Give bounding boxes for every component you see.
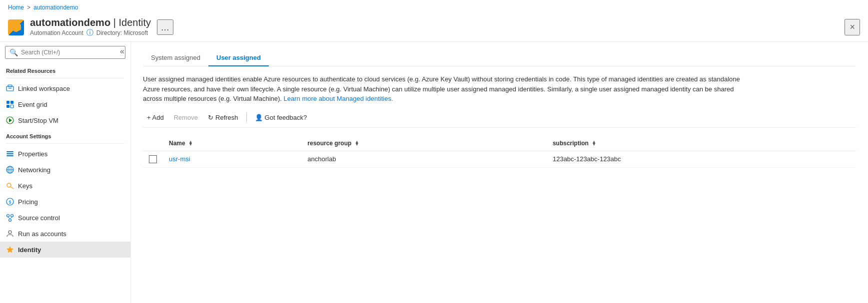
tab-user-assigned[interactable]: User assigned	[208, 50, 269, 66]
event-grid-icon	[6, 100, 14, 108]
start-stop-icon	[6, 116, 14, 124]
table-row: usr-msi anchorlab 123abc-123abc-123abc	[143, 151, 856, 168]
resource-group-cell: anchorlab	[301, 151, 547, 168]
description-text: User assigned managed identities enable …	[143, 75, 740, 102]
name-column-header[interactable]: Name ▲▼	[163, 136, 301, 151]
checkbox-column-header	[143, 136, 163, 151]
keys-icon	[6, 182, 14, 190]
identity-name-link[interactable]: usr-msi	[169, 155, 190, 163]
sidebar-item-identity[interactable]: Identity	[0, 242, 130, 258]
svg-rect-11	[6, 155, 13, 156]
svg-text:$: $	[9, 200, 11, 205]
sidebar: 🔍 « Related Resources Linked workspace E…	[0, 42, 131, 303]
breadcrumb: Home > automationdemo	[0, 0, 868, 15]
sidebar-item-label: Properties	[18, 150, 47, 158]
subscription-cell: 123abc-123abc-123abc	[547, 151, 856, 168]
pricing-icon: $	[6, 198, 14, 206]
page-title: automationdemo | Identity	[30, 17, 151, 28]
close-button[interactable]: ×	[845, 19, 860, 35]
subscription-column-header[interactable]: subscription ▲▼	[547, 136, 856, 151]
tabs: System assigned User assigned	[143, 50, 856, 66]
learn-more-link[interactable]: Learn more about Managed identities.	[284, 95, 393, 102]
sidebar-item-properties[interactable]: Properties	[0, 146, 130, 162]
sidebar-item-networking[interactable]: Networking	[0, 162, 130, 178]
sidebar-item-label: Keys	[18, 182, 32, 190]
name-cell: usr-msi	[163, 151, 301, 168]
page-header: automationdemo | Identity Automation Acc…	[0, 15, 868, 42]
identity-table: Name ▲▼ resource group ▲▼ subscription ▲…	[143, 136, 856, 168]
search-input[interactable]	[21, 49, 121, 56]
sidebar-item-start-stop-vm[interactable]: Start/Stop VM	[0, 112, 130, 128]
section-label-account-settings: Account Settings	[0, 128, 130, 141]
svg-rect-5	[6, 105, 9, 108]
resource-name: automationdemo	[30, 17, 110, 28]
search-icon: 🔍	[9, 48, 18, 56]
properties-icon	[6, 150, 14, 158]
toolbar: + Add Remove ↻ Refresh 👤 Got feedback?	[143, 112, 856, 128]
subscription-sort-icon: ▲▼	[592, 141, 596, 146]
resource-type: Automation Account	[30, 29, 83, 36]
svg-marker-27	[6, 246, 13, 253]
sidebar-item-linked-workspace[interactable]: Linked workspace	[0, 80, 130, 96]
refresh-icon: ↻	[208, 114, 213, 121]
toolbar-separator	[246, 112, 247, 122]
resource-group-sort-icon: ▲▼	[355, 141, 359, 146]
breadcrumb-current[interactable]: automationdemo	[33, 4, 78, 11]
sidebar-item-label: Event grid	[18, 101, 47, 108]
description: User assigned managed identities enable …	[143, 74, 743, 104]
directory-label: Directory: Microsoft	[96, 29, 148, 36]
svg-line-24	[10, 217, 12, 219]
name-sort-icon: ▲▼	[188, 141, 193, 146]
more-options-button[interactable]: ...	[157, 19, 173, 35]
sidebar-collapse-button[interactable]: «	[118, 46, 126, 57]
svg-rect-4	[10, 101, 13, 104]
resource-group-column-header[interactable]: resource group ▲▼	[301, 136, 547, 151]
resource-icon	[8, 19, 24, 35]
source-control-icon	[6, 214, 14, 222]
feedback-icon: 👤	[255, 114, 263, 121]
identity-icon	[6, 246, 14, 254]
refresh-button[interactable]: ↻ Refresh	[204, 112, 242, 123]
divider	[6, 78, 124, 78]
header-text: automationdemo | Identity Automation Acc…	[30, 17, 151, 37]
sidebar-item-label: Identity	[18, 246, 41, 254]
subscription-value: 123abc-123abc-123abc	[553, 155, 621, 163]
feedback-button[interactable]: 👤 Got feedback?	[251, 112, 311, 123]
sidebar-item-keys[interactable]: Keys	[0, 178, 130, 194]
sidebar-item-source-control[interactable]: Source control	[0, 210, 130, 226]
breadcrumb-home[interactable]: Home	[8, 4, 24, 11]
content-area: System assigned User assigned User assig…	[131, 42, 868, 303]
svg-point-20	[7, 215, 9, 217]
add-button[interactable]: + Add	[143, 112, 168, 123]
svg-point-22	[9, 219, 11, 222]
info-icon[interactable]: ⓘ	[86, 28, 93, 37]
sidebar-item-label: Pricing	[18, 198, 38, 206]
networking-icon	[6, 166, 14, 174]
resource-group-value: anchorlab	[307, 155, 336, 163]
sidebar-item-label: Run as accounts	[18, 230, 66, 238]
svg-point-21	[11, 215, 13, 217]
svg-rect-6	[10, 105, 13, 108]
search-box[interactable]: 🔍	[5, 46, 125, 59]
sidebar-item-label: Linked workspace	[18, 85, 70, 92]
remove-button[interactable]: Remove	[170, 112, 202, 123]
sidebar-item-label: Networking	[18, 166, 50, 174]
sidebar-item-label: Source control	[18, 214, 60, 222]
linked-workspace-icon	[6, 84, 14, 92]
section-label-related-resources: Related Resources	[0, 63, 130, 76]
svg-marker-8	[9, 118, 12, 122]
svg-rect-9	[6, 151, 13, 152]
header-subtitle: Automation Account ⓘ Directory: Microsof…	[30, 28, 151, 37]
row-checkbox-cell	[143, 151, 163, 168]
tab-system-assigned[interactable]: System assigned	[143, 50, 208, 66]
sidebar-item-pricing[interactable]: $ Pricing	[0, 194, 130, 210]
main-layout: 🔍 « Related Resources Linked workspace E…	[0, 42, 868, 303]
sidebar-item-event-grid[interactable]: Event grid	[0, 96, 130, 112]
svg-line-23	[8, 217, 10, 219]
breadcrumb-separator: >	[27, 4, 30, 11]
sidebar-item-run-as-accounts[interactable]: Run as accounts	[0, 226, 130, 242]
row-checkbox[interactable]	[149, 155, 157, 163]
svg-line-17	[10, 187, 13, 189]
svg-rect-3	[6, 101, 9, 104]
svg-rect-10	[6, 153, 13, 154]
